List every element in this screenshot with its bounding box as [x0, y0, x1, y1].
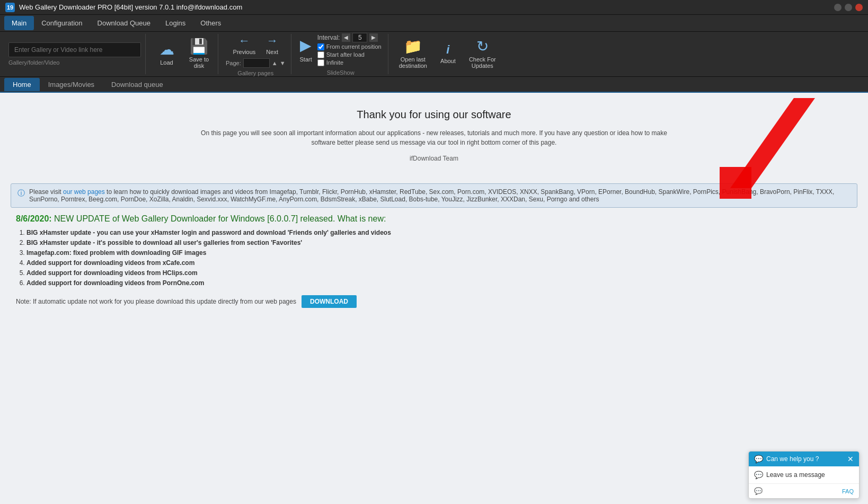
welcome-title: Thank you for using our software [21, 109, 847, 121]
menu-main[interactable]: Main [4, 16, 34, 30]
menu-download-queue[interactable]: Download Queue [90, 16, 158, 30]
titlebar-left: 19 Web Gallery Downloader PRO [64bit] ve… [5, 3, 242, 12]
list-item: Added support for downloading videos fro… [26, 279, 852, 287]
url-input[interactable] [8, 42, 141, 57]
about-label: About [440, 58, 456, 64]
subtabs: Home Images/Movies Download queue [0, 77, 868, 93]
update-title: 8/6/2020: NEW UPDATE of Web Gallery Down… [16, 214, 852, 224]
slideshow-options: Interval: ◀ ▶ From current position Star… [317, 33, 382, 66]
url-label: Gallery/folder/Video [8, 59, 59, 66]
update-section: 8/6/2020: NEW UPDATE of Web Gallery Down… [16, 214, 852, 308]
slideshow-label: SlideShow [327, 69, 355, 76]
open-last-destination-button[interactable]: 📁 Open lastdestination [395, 37, 431, 71]
titlebar-title: Web Gallery Downloader PRO [64bit] versi… [19, 3, 242, 11]
start-button[interactable]: ▶ Start [300, 37, 312, 63]
save-button[interactable]: 💾 Save todisk [184, 37, 214, 71]
start-after-load-checkbox[interactable] [317, 51, 324, 58]
welcome-description: On this page you will see soon all impor… [196, 128, 672, 147]
start-icon: ▶ [300, 37, 312, 54]
item-text-2: BIG xHamster update - it's possible to d… [26, 239, 302, 246]
main-content: Thank you for using our software On this… [0, 93, 868, 504]
subtab-images-movies[interactable]: Images/Movies [40, 78, 103, 91]
refresh-icon: ↻ [476, 39, 489, 54]
interval-decrease[interactable]: ◀ [342, 33, 350, 42]
page-spinner-up[interactable]: ▲ [272, 60, 278, 66]
menu-configuration[interactable]: Configuration [34, 16, 90, 30]
list-item: Added support for downloading videos fro… [26, 269, 852, 277]
note-text: Note: If automatic update not work for y… [16, 298, 296, 305]
chat-widget: 💬 Can we help you ? ✕ 💬 Leave us a messa… [748, 451, 860, 499]
minimize-button[interactable] [834, 4, 842, 11]
url-section: Gallery/folder/Video [4, 34, 146, 74]
load-button[interactable]: ☁ Load [152, 40, 181, 68]
menu-others[interactable]: Others [193, 16, 228, 30]
page-label: Page: [226, 60, 241, 66]
check-updates-label: Check ForUpdates [469, 56, 496, 69]
check-updates-button[interactable]: ↻ Check ForUpdates [465, 37, 500, 71]
previous-button[interactable]: ← Previous [229, 32, 260, 57]
from-current-label: From current position [326, 43, 382, 50]
list-item: Imagefap.com: fixed problem with downloa… [26, 249, 852, 257]
subtab-home[interactable]: Home [4, 78, 40, 91]
start-label: Start [300, 56, 312, 63]
start-after-label: Start after load [326, 51, 365, 58]
interval-label: Interval: [317, 34, 340, 41]
save-label: Save todisk [189, 56, 209, 69]
next-label: Next [266, 49, 278, 55]
update-title-text: NEW UPDATE of Web Gallery Downloader for… [54, 214, 386, 223]
item-text-5: Added support for downloading videos fro… [26, 269, 198, 277]
download-button[interactable]: DOWNLOAD [302, 295, 357, 308]
list-item: BIG xHamster update - it's possible to d… [26, 239, 852, 246]
chat-header-left: 💬 Can we help you ? [754, 455, 819, 463]
infinite-checkbox[interactable] [317, 59, 324, 66]
close-button[interactable] [855, 4, 863, 11]
chat-close-button[interactable]: ✕ [847, 455, 854, 463]
toolbar: Gallery/folder/Video ☁ Load 💾 Save todis… [0, 32, 868, 77]
chat-message-icon: 💬 [754, 487, 763, 495]
next-button[interactable]: → Next [262, 32, 282, 57]
web-pages-link[interactable]: our web pages [63, 188, 107, 196]
page-spinner-down[interactable]: ▼ [280, 60, 286, 66]
chat-icon: 💬 [754, 455, 763, 463]
list-item: BIG xHamster update - you can use your x… [26, 229, 852, 236]
info-suffix-text: to learn how to quickly download images … [29, 188, 834, 203]
info-bar: ⓘ Please visit our web pages to learn ho… [11, 183, 857, 208]
menubar: Main Configuration Download Queue Logins… [0, 15, 868, 32]
about-button[interactable]: i About [433, 42, 463, 66]
open-last-label: Open lastdestination [399, 56, 427, 69]
window-controls [834, 4, 863, 11]
load-label: Load [160, 59, 173, 66]
list-item: Added support for downloading videos fro… [26, 259, 852, 267]
faq-link[interactable]: FAQ [842, 488, 854, 494]
update-list: BIG xHamster update - you can use your x… [26, 229, 852, 287]
general-section: 📁 Open lastdestination i About ↻ Check F… [391, 34, 504, 74]
item-text-1: BIG xHamster update - you can use your x… [26, 229, 391, 236]
note-row: Note: If automatic update not work for y… [16, 295, 852, 308]
load-save-section: ☁ Load 💾 Save todisk [148, 34, 218, 74]
interval-value[interactable] [352, 33, 367, 42]
titlebar: 19 Web Gallery Downloader PRO [64bit] ve… [0, 0, 868, 15]
welcome-section: Thank you for using our software On this… [0, 93, 868, 183]
maximize-button[interactable] [845, 4, 852, 11]
chat-header-text: Can we help you ? [766, 455, 819, 463]
menu-logins[interactable]: Logins [158, 16, 193, 30]
info-text: Please visit our web pages to learn how … [29, 188, 851, 203]
team-signature: ifDownload Team [21, 155, 847, 162]
chat-bubble-icon: 💬 [754, 471, 763, 479]
gallery-pages-label: Gallery pages [237, 70, 273, 76]
load-icon: ☁ [160, 42, 174, 57]
update-date: 8/6/2020: [16, 214, 52, 223]
item-text-4: Added support for downloading videos fro… [26, 259, 194, 267]
chat-body[interactable]: 💬 Leave us a message [749, 466, 859, 484]
folder-icon: 📁 [404, 39, 422, 54]
previous-label: Previous [233, 49, 256, 55]
interval-increase[interactable]: ▶ [369, 33, 378, 42]
item-text-3: Imagefap.com: fixed problem with downloa… [26, 249, 206, 257]
infinite-label: Infinite [326, 59, 343, 66]
page-input[interactable] [243, 58, 270, 68]
next-icon: → [267, 34, 278, 48]
chat-footer: 💬 FAQ [749, 484, 859, 498]
from-current-checkbox[interactable] [317, 43, 324, 50]
about-icon: i [446, 44, 449, 56]
subtab-download-queue[interactable]: Download queue [103, 78, 172, 91]
